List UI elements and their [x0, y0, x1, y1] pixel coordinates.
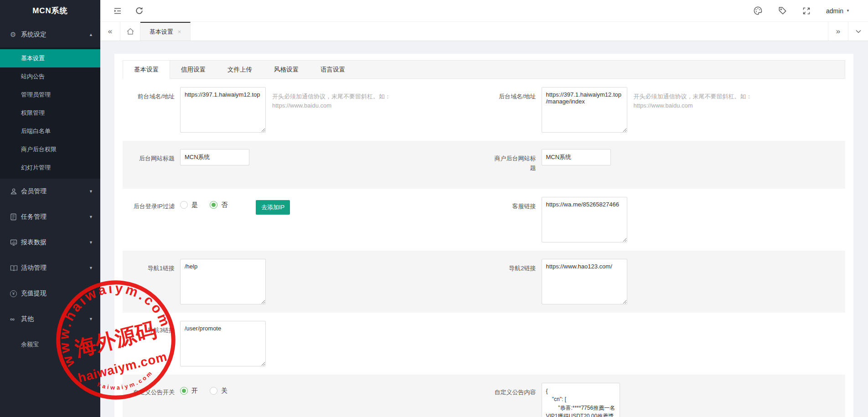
radio-circle-checked-icon	[210, 201, 217, 209]
chevron-down-icon: ▼	[89, 266, 93, 270]
settings-tabs: 基本设置 信用设置 文件上传 风格设置 语言设置	[123, 60, 845, 79]
home-icon[interactable]	[120, 22, 140, 41]
sidebar-item-other[interactable]: ∞ 其他 ▼	[0, 306, 100, 332]
row-nav3: 导航3链接 /user/promote	[123, 313, 845, 375]
chevron-down-icon: ▼	[89, 317, 93, 321]
tab-credit-settings[interactable]: 信用设置	[170, 61, 217, 79]
link-icon: ∞	[10, 315, 21, 323]
tab-label: 基本设置	[150, 28, 173, 36]
collapse-tabs-button[interactable]: «	[100, 22, 120, 41]
row-ip-filter: 后台登录IP过滤 是 否 去添加IP	[123, 189, 845, 251]
close-tab-icon[interactable]: ×	[178, 28, 181, 35]
front-domain-textarea[interactable]: https://397.1.haiwaiym12.top	[180, 87, 266, 133]
topbar: admin ▼	[100, 0, 868, 22]
sidebar-item-member-management[interactable]: 会员管理 ▼	[0, 179, 100, 204]
announce-switch-radio-group: 开 关	[180, 383, 227, 395]
nav3-textarea[interactable]: /user/promote	[180, 321, 266, 366]
sidebar-item-permission-management[interactable]: 权限管理	[0, 104, 100, 122]
sidebar-submenu: 基本设置 站内公告 管理员管理 权限管理 后端白名单 商户后台权限 幻灯片管理	[0, 47, 100, 179]
menu-fold-icon[interactable]	[113, 6, 122, 15]
announce-switch-label: 自定义公告开关	[131, 383, 175, 397]
tab-file-upload[interactable]: 文件上传	[217, 61, 263, 79]
sidebar-item-backend-whitelist[interactable]: 后端白名单	[0, 122, 100, 140]
sidebar-item-label: 其他	[21, 315, 34, 323]
settings-card: 基本设置 信用设置 文件上传 风格设置 语言设置 前台域名/地址 https:/…	[114, 54, 853, 417]
fullscreen-icon[interactable]	[802, 7, 811, 15]
nav1-textarea[interactable]: /help	[180, 259, 266, 304]
sidebar-item-site-announcement[interactable]: 站内公告	[0, 67, 100, 86]
sidebar-item-basic-settings[interactable]: 基本设置	[0, 49, 100, 67]
gear-icon: ⚙	[10, 31, 21, 39]
ip-filter-radio-group: 是 否	[180, 197, 227, 209]
nav2-textarea[interactable]: https://www.hao123.com/	[542, 259, 627, 304]
chevron-down-icon: ▼	[846, 9, 850, 13]
chart-board-icon	[10, 239, 21, 246]
ip-filter-no-radio[interactable]: 否	[210, 201, 227, 209]
sidebar-item-admin-management[interactable]: 管理员管理	[0, 86, 100, 104]
user-menu[interactable]: admin ▼	[826, 7, 850, 15]
palette-icon[interactable]	[753, 6, 763, 15]
expand-tabs-button[interactable]: »	[828, 22, 848, 41]
admin-title-input[interactable]	[180, 149, 249, 165]
app-title: MCN系统	[0, 0, 100, 22]
sidebar-item-label: 活动管理	[21, 264, 46, 272]
radio-circle-icon	[210, 387, 217, 395]
nav3-label: 导航3链接	[131, 321, 175, 335]
sidebar-group-label: 系统设定	[21, 31, 46, 39]
tab-menu-chevron-icon[interactable]	[848, 22, 868, 41]
ip-filter-label: 后台登录IP过滤	[131, 197, 175, 211]
nav2-label: 导航2链接	[492, 259, 536, 273]
sidebar-item-task-management[interactable]: 任务管理 ▼	[0, 204, 100, 230]
merchant-title-input[interactable]	[542, 149, 611, 165]
main-content: 基本设置 信用设置 文件上传 风格设置 语言设置 前台域名/地址 https:/…	[100, 41, 868, 417]
tag-icon[interactable]	[778, 6, 787, 15]
sidebar-item-activity-management[interactable]: 活动管理 ▼	[0, 255, 100, 281]
chevron-down-icon: ▼	[89, 189, 93, 194]
tab-basic-settings[interactable]: 基本设置	[123, 61, 170, 79]
chevron-up-icon: ▲	[89, 32, 93, 37]
row-titles: 后台网站标题 商户后台网站标题	[123, 141, 845, 189]
document-icon	[10, 213, 21, 221]
sidebar-item-label: 充值提现	[21, 289, 46, 298]
radio-circle-checked-icon	[180, 387, 188, 395]
open-tab-basic-settings[interactable]: 基本设置 ×	[140, 22, 191, 41]
front-domain-label: 前台域名/地址	[131, 87, 175, 102]
admin-title-label: 后台网站标题	[131, 149, 175, 164]
tab-bar: « 基本设置 × »	[100, 22, 868, 41]
yen-circle-icon: ¥	[10, 290, 21, 297]
add-ip-button[interactable]: 去添加IP	[256, 200, 290, 215]
sidebar-item-merchant-permissions[interactable]: 商户后台权限	[0, 140, 100, 159]
announce-content-textarea[interactable]: { "cn": [ "恭喜:****7756推薦一名VIP1獲得USDT20.0…	[542, 383, 620, 417]
front-domain-hint: 开头必须加通信协议，末尾不要留斜杠。如：https://www.baidu.co…	[272, 87, 441, 110]
tab-language-settings[interactable]: 语言设置	[310, 61, 356, 79]
sidebar-item-yuebao[interactable]: 余额宝	[0, 335, 100, 354]
sidebar-item-recharge-withdraw[interactable]: ¥ 充值提现	[0, 281, 100, 306]
refresh-icon[interactable]	[135, 6, 144, 15]
announce-content-label: 自定义公告内容	[492, 383, 536, 397]
sidebar-item-report-data[interactable]: 报表数据 ▼	[0, 230, 100, 255]
sidebar-item-label: 报表数据	[21, 238, 46, 247]
sidebar-item-slideshow-management[interactable]: 幻灯片管理	[0, 159, 100, 177]
username: admin	[826, 7, 843, 15]
nav1-label: 导航1链接	[131, 259, 175, 273]
row-announcement: 自定义公告开关 开 关 自定义公告内容	[123, 375, 845, 417]
tab-style-settings[interactable]: 风格设置	[263, 61, 310, 79]
ip-filter-yes-radio[interactable]: 是	[180, 201, 198, 209]
announce-off-radio[interactable]: 关	[210, 387, 227, 395]
radio-circle-icon	[180, 201, 188, 209]
merchant-title-label: 商户后台网站标题	[492, 149, 536, 173]
service-link-textarea[interactable]: https://wa.me/85265827466	[542, 197, 627, 242]
sidebar-group-system-settings[interactable]: ⚙ 系统设定 ▲	[0, 22, 100, 47]
chevron-down-icon: ▼	[89, 215, 93, 219]
chevron-down-icon: ▼	[89, 240, 93, 245]
sidebar-item-label: 任务管理	[21, 213, 46, 221]
announce-on-radio[interactable]: 开	[180, 387, 198, 395]
service-link-label: 客服链接	[492, 197, 536, 211]
sidebar: MCN系统 ⚙ 系统设定 ▲ 基本设置 站内公告 管理员管理 权限管理 后端白名…	[0, 0, 100, 417]
row-nav12: 导航1链接 /help 导航2链接 https://www.hao123.com…	[123, 251, 845, 313]
row-domains: 前台域名/地址 https://397.1.haiwaiym12.top 开头必…	[123, 79, 845, 141]
user-icon	[10, 188, 21, 195]
sidebar-item-label: 会员管理	[21, 187, 46, 196]
admin-domain-textarea[interactable]: https://397.1.haiwaiym12.top/manage/inde…	[542, 87, 627, 133]
admin-domain-hint: 开头必须加通信协议，末尾不要留斜杠。如：https://www.baidu.co…	[634, 87, 802, 110]
